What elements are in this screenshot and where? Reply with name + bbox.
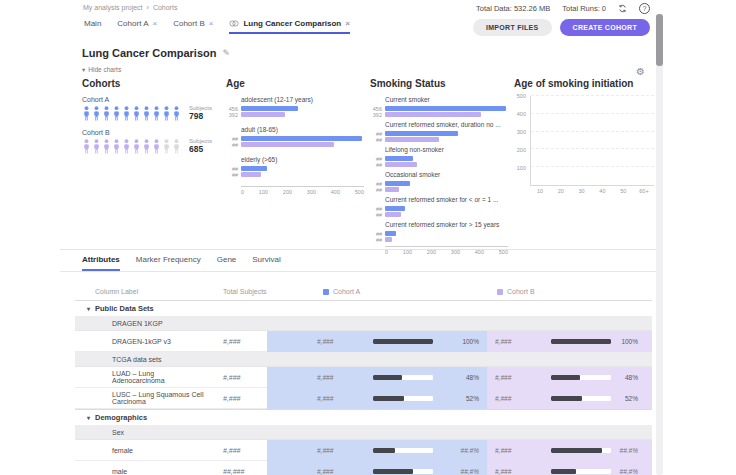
bar-cohort-b (241, 142, 334, 147)
subtab-gene[interactable]: Gene (217, 255, 237, 271)
hide-charts-toggle[interactable]: ▾ Hide charts (82, 66, 121, 74)
cohort-a-cell: #,#####.#% (267, 440, 487, 461)
row-total-subjects: #,### (205, 440, 267, 461)
edit-title-pencil-icon[interactable]: ✎ (222, 48, 230, 58)
cell-bar-track (373, 469, 433, 474)
cell-bar-fill (551, 339, 611, 344)
total-runs-stat: Total Runs: 0 (562, 4, 606, 13)
cohort-b-header-label: Cohort B (507, 288, 535, 295)
bar-cohort-b (385, 212, 401, 217)
bar-cohort-a (241, 106, 298, 111)
table-row-male[interactable]: male##,####,#####.#%#,#####.#% (75, 461, 652, 475)
person-icon (162, 106, 171, 121)
cell-value: #,### (495, 338, 551, 345)
page-title-row: Lung Cancer Comparison ✎ (82, 47, 230, 59)
age-chart-title: Age (226, 78, 364, 90)
subjects-count: 685 (189, 144, 212, 154)
help-icon[interactable]: ? (639, 3, 650, 14)
tab-row: MainCohort A×Cohort B×Lung Cancer Compar… (84, 19, 650, 36)
axis-tick-label: 100 (517, 165, 526, 171)
bar-cohort-a (241, 136, 362, 141)
cell-percent: 48% (433, 374, 487, 381)
comparison-icon (229, 20, 239, 27)
cell-percent: 100% (611, 338, 646, 345)
bar-cohort-b (241, 112, 285, 117)
refresh-icon[interactable] (618, 4, 627, 13)
bar-group-current-reformed-smoker-for-or-1: ####Current reformed smoker for < or = 1… (370, 196, 508, 218)
bar-cohort-b (241, 172, 261, 177)
hide-charts-label: Hide charts (88, 66, 121, 74)
close-icon[interactable]: × (345, 19, 350, 28)
cell-value: #,### (495, 395, 551, 402)
row-label: female (75, 440, 205, 461)
cell-value: #,### (317, 374, 373, 381)
cohorts-panel: Cohorts Cohort ASubjects798Cohort BSubje… (82, 78, 232, 162)
table-row-female[interactable]: female#,####,#####.#%#,#####.#% (75, 440, 652, 461)
page-title: Lung Cancer Comparison (82, 47, 216, 59)
bar-category-label: Lifelong non-smoker (385, 146, 508, 154)
person-icon (92, 106, 101, 121)
table-row-luad-lung-adenocarcinoma[interactable]: LUAD – Lung Adenocarcinoma#,####,###48%#… (75, 367, 652, 388)
initiation-chart: 100200300400500 (514, 96, 654, 186)
caret-down-icon: ▾ (87, 305, 90, 312)
cohorts-heading: Cohorts (82, 78, 232, 90)
subtab-survival[interactable]: Survival (252, 255, 280, 271)
tab-main[interactable]: Main (84, 19, 101, 32)
breadcrumb-section: Cohorts (153, 4, 178, 11)
tab-cohort-b[interactable]: Cohort B× (173, 19, 213, 32)
person-icon (102, 139, 111, 154)
cohort-row: Subjects685 (82, 138, 232, 154)
smoking-chart-title: Smoking Status (370, 78, 508, 90)
close-icon[interactable]: × (209, 19, 214, 28)
scrollbar[interactable] (656, 14, 663, 475)
bar-group-body: adolescent (12-17 years) (241, 96, 364, 118)
table-row-lusc-lung-squamous-cell-carcinoma[interactable]: LUSC – Lung Squamous Cell Carcinoma#,###… (75, 388, 652, 409)
cohorts-groups: Cohort ASubjects798Cohort BSubjects685 (82, 96, 232, 154)
tab-lung-cancer-comparison[interactable]: Lung Cancer Comparison× (229, 19, 349, 34)
table-subgroup-row-sex: Sex (75, 425, 652, 440)
table-group-row-public-data-sets[interactable]: ▾Public Data Sets (75, 300, 652, 316)
cohort-group-cohort-b: Cohort BSubjects685 (82, 129, 232, 154)
axis-tick-label: 100 (259, 189, 268, 195)
cell-bar-track (551, 375, 611, 380)
smoking-status-chart-panel: Smoking Status 456392Current smoker####C… (370, 78, 508, 255)
create-cohort-button[interactable]: CREATE COHORT (560, 19, 650, 36)
breadcrumb-project[interactable]: My analysis project (83, 4, 143, 11)
chart-settings-gear-icon[interactable]: ⚙ (636, 66, 645, 77)
bar-cohort-b (385, 162, 417, 167)
bar-value-label: ## (232, 142, 238, 148)
section-divider (60, 249, 656, 250)
age-chart: 456392adolescent (12-17 years)####adult … (226, 96, 364, 195)
bar-cohort-a (385, 156, 413, 161)
import-files-button[interactable]: IMPORT FILES (473, 19, 552, 36)
cell-percent: 48% (611, 374, 646, 381)
subtab-marker-frequency[interactable]: Marker Frequency (136, 255, 201, 271)
bar-value-label: 392 (373, 112, 382, 118)
bar-value-labels: #### (226, 156, 241, 178)
person-icon (122, 139, 131, 154)
initiation-chart-title: Age of smoking initiation (514, 78, 654, 90)
person-icon (152, 106, 161, 121)
group-label: Demographics (95, 413, 147, 422)
cell-bar-fill (551, 448, 602, 453)
person-icon (82, 139, 91, 154)
close-icon[interactable]: × (152, 19, 157, 28)
scrollbar-thumb[interactable] (656, 14, 663, 66)
bar-value-labels: 456392 (370, 96, 385, 118)
cell-percent: ##.#% (433, 468, 487, 475)
bar-group-adolescent-12-17-years: 456392adolescent (12-17 years) (226, 96, 364, 118)
cohort-population-icons (82, 139, 181, 154)
table-row-dragen-1kgp-v3[interactable]: DRAGEN-1kGP v3#,####,###100%#,###100% (75, 331, 652, 352)
app: My analysis project › Cohorts Total Data… (0, 0, 736, 475)
table-group-row-demographics[interactable]: ▾Demographics (75, 409, 652, 425)
axis-tick-label: 50 (617, 188, 629, 194)
cell-bar-fill (373, 339, 433, 344)
cell-value: #,### (317, 468, 373, 475)
person-icon (122, 106, 131, 121)
axis-tick-label: 300 (307, 189, 316, 195)
subtab-attributes[interactable]: Attributes (82, 255, 120, 271)
tab-cohort-a[interactable]: Cohort A× (117, 19, 157, 32)
cell-value: #,### (317, 447, 373, 454)
axis-tick-label: 200 (517, 147, 526, 153)
bar-value-labels: #### (370, 121, 385, 143)
